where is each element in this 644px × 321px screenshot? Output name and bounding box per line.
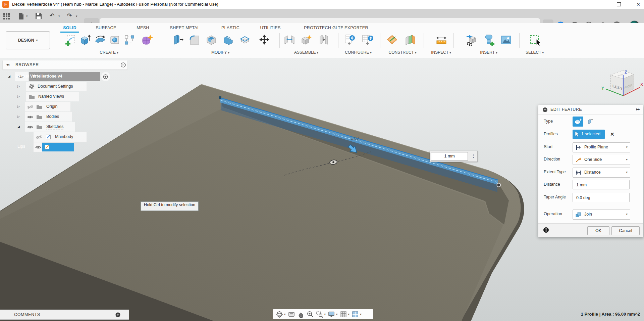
- combine-icon[interactable]: [222, 34, 234, 46]
- file-menu-caret[interactable]: ▾: [26, 14, 28, 18]
- minimize-button[interactable]: —: [589, 1, 598, 8]
- close-window-button[interactable]: ✕: [634, 1, 643, 8]
- fillet-icon[interactable]: [189, 34, 201, 46]
- tab-plastic[interactable]: PLASTIC: [221, 26, 239, 30]
- group-select[interactable]: SELECT▾: [526, 50, 544, 55]
- extrude-icon[interactable]: [79, 34, 91, 46]
- tree-item-label[interactable]: Mainbody: [55, 134, 73, 139]
- shell-icon[interactable]: [205, 34, 217, 46]
- as-built-joint-icon[interactable]: [318, 34, 330, 46]
- insert-fastener-icon[interactable]: [483, 34, 495, 46]
- configuration-icon[interactable]: [344, 34, 356, 46]
- configuration-table-icon[interactable]: [362, 34, 374, 46]
- visibility-eye-off-icon[interactable]: [27, 105, 34, 109]
- grid-settings-icon[interactable]: [340, 311, 347, 318]
- group-modify[interactable]: MODIFY▾: [211, 50, 229, 55]
- tree-item-label[interactable]: Sketches: [46, 124, 63, 130]
- group-construct[interactable]: CONSTRUCT▾: [389, 50, 417, 55]
- activate-component-radio[interactable]: [103, 74, 108, 79]
- dialog-header[interactable]: EDIT FEATURE ▶▶: [538, 105, 643, 115]
- tree-item-named-views[interactable]: ▷ Named Views: [3, 92, 127, 101]
- tree-item-label[interactable]: Bodies: [46, 114, 59, 119]
- zoom-icon[interactable]: [307, 311, 314, 318]
- group-inspect[interactable]: INSPECT▾: [431, 50, 451, 55]
- tree-item-mainbody[interactable]: Mainbody: [3, 132, 127, 142]
- profiles-selected-button[interactable]: 1 selected: [573, 130, 605, 139]
- profile-endpoint-left[interactable]: [219, 96, 221, 99]
- ok-button[interactable]: OK: [587, 226, 609, 235]
- clear-selection-icon[interactable]: ✕: [610, 131, 614, 137]
- maximize-button[interactable]: [614, 1, 623, 8]
- tree-item-origin[interactable]: ▷ Origin: [3, 102, 127, 111]
- view-cube[interactable]: LEFT FRONT TOP Z X Y: [600, 68, 644, 102]
- tree-item-label[interactable]: Lips: [17, 144, 25, 149]
- look-at-icon[interactable]: [288, 311, 295, 318]
- tab-surface[interactable]: SURFACE: [96, 26, 116, 30]
- cancel-button[interactable]: Cancel: [611, 226, 640, 235]
- revolve-icon[interactable]: [94, 34, 106, 46]
- expand-icon[interactable]: ◢: [17, 125, 20, 128]
- workspace-selector[interactable]: DESIGN ▾: [6, 31, 50, 49]
- visibility-eye-off-icon[interactable]: [36, 135, 42, 139]
- pan-hand-icon[interactable]: [297, 311, 305, 318]
- visibility-eye-icon[interactable]: [35, 145, 42, 149]
- orbit-icon[interactable]: [276, 311, 283, 318]
- undo-caret[interactable]: ▾: [58, 14, 60, 18]
- taper-angle-field[interactable]: 0.0 deg: [573, 193, 630, 202]
- visibility-eye-icon[interactable]: [27, 115, 34, 119]
- zoom-window-caret[interactable]: ▾: [324, 313, 326, 316]
- create-sketch-icon[interactable]: [64, 34, 76, 46]
- construct-midplane-icon[interactable]: [405, 34, 417, 46]
- expand-icon[interactable]: ▷: [17, 115, 20, 118]
- expand-icon[interactable]: ◢: [8, 75, 10, 78]
- tree-item-root[interactable]: ◢ Deckel Verteilerdose v4: [3, 72, 127, 81]
- expand-icon[interactable]: ▷: [17, 95, 20, 98]
- viewports-caret[interactable]: ▾: [360, 313, 362, 316]
- tab-mesh[interactable]: MESH: [137, 26, 149, 30]
- type-extrude-button[interactable]: [573, 117, 583, 127]
- offset-face-icon[interactable]: [239, 34, 251, 46]
- tree-item-label[interactable]: Document Settings: [38, 84, 73, 89]
- tab-sheet-metal[interactable]: SHEET METAL: [170, 26, 200, 30]
- joint-icon[interactable]: [283, 34, 296, 46]
- tab-prototech-gltf-exporter[interactable]: PROTOTECH GLTF EXPORTER: [304, 26, 368, 30]
- add-comment-icon[interactable]: [115, 312, 120, 317]
- save-icon[interactable]: [35, 12, 42, 20]
- info-icon[interactable]: [543, 227, 549, 233]
- browser-minimize-icon[interactable]: [121, 62, 126, 67]
- profile-endpoint-right[interactable]: [497, 183, 501, 187]
- grid-settings-caret[interactable]: ▾: [348, 313, 350, 316]
- tree-item-sketches[interactable]: ◢ Sketches: [3, 122, 127, 132]
- file-menu-icon[interactable]: [17, 12, 25, 20]
- start-select[interactable]: Profile Plane ▾: [573, 142, 630, 152]
- dialog-dock-icon[interactable]: ▶▶: [636, 108, 640, 111]
- zoom-window-icon[interactable]: [316, 311, 323, 318]
- insert-derive-icon[interactable]: [466, 34, 478, 46]
- operation-select[interactable]: Join ▾: [573, 210, 630, 220]
- press-pull-icon[interactable]: [172, 34, 184, 46]
- dialog-minimize-icon[interactable]: [542, 107, 548, 112]
- tree-item-label[interactable]: Named Views: [38, 94, 64, 99]
- measure-icon[interactable]: [435, 34, 447, 46]
- type-thin-extrude-button[interactable]: [585, 117, 596, 127]
- group-assemble[interactable]: ASSEMBLE▾: [294, 50, 318, 55]
- new-component-icon[interactable]: [300, 34, 312, 46]
- tree-item-lips[interactable]: Lips: [3, 142, 127, 152]
- tab-solid[interactable]: SOLID: [63, 26, 76, 30]
- app-grid-icon[interactable]: [3, 12, 10, 20]
- browser-collapse-icon[interactable]: ◀◀: [6, 63, 9, 66]
- insert-canvas-image-icon[interactable]: [500, 34, 512, 46]
- tree-item-label[interactable]: Origin: [46, 104, 57, 109]
- distance-input[interactable]: 1 mm: [431, 152, 468, 160]
- move-copy-icon[interactable]: [258, 34, 270, 46]
- orbit-caret[interactable]: ▾: [284, 313, 286, 316]
- expand-icon[interactable]: ▷: [17, 85, 20, 88]
- redo-caret[interactable]: ▾: [76, 14, 77, 18]
- rectangular-pattern-icon[interactable]: [123, 34, 136, 46]
- group-insert[interactable]: INSERT▾: [480, 50, 497, 55]
- visibility-eye-icon[interactable]: [27, 125, 34, 129]
- hole-icon[interactable]: [109, 34, 121, 46]
- comments-panel[interactable]: COMMENTS: [0, 310, 129, 320]
- direction-select[interactable]: One Side ▾: [573, 155, 630, 165]
- root-component-name[interactable]: Deckel Verteilerdose v4: [15, 74, 62, 79]
